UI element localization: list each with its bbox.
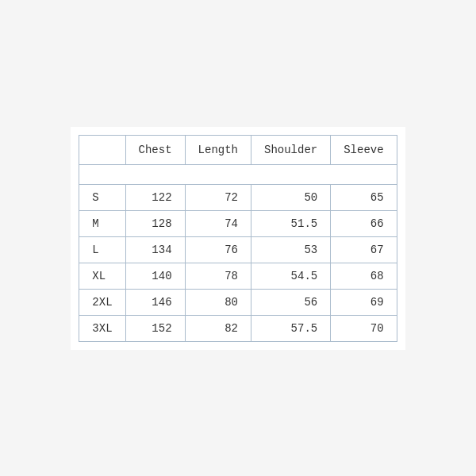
cell-chest: 122 [125,184,185,210]
table-header-row: Chest Length Shoulder Sleeve [79,135,397,164]
cell-size: M [79,210,125,236]
table-row: 2XL146805669 [79,289,397,315]
cell-sleeve: 65 [331,184,397,210]
cell-size: S [79,184,125,210]
cell-size: 2XL [79,289,125,315]
cell-length: 76 [185,236,251,263]
header-length: Length [185,135,251,164]
cell-size: L [79,236,125,263]
size-chart-container: Chest Length Shoulder Sleeve S122725065M… [71,127,405,350]
table-row: 3XL1528257.570 [79,315,397,341]
cell-size: 3XL [79,315,125,341]
cell-chest: 140 [125,263,185,289]
cell-sleeve: 70 [331,315,397,341]
cell-shoulder: 51.5 [251,210,331,236]
cell-length: 74 [185,210,251,236]
cell-shoulder: 56 [251,289,331,315]
cell-length: 78 [185,263,251,289]
header-size [79,135,125,164]
cell-chest: 146 [125,289,185,315]
header-chest: Chest [125,135,185,164]
cell-shoulder: 54.5 [251,263,331,289]
cell-sleeve: 67 [331,236,397,263]
header-shoulder: Shoulder [251,135,331,164]
cell-chest: 134 [125,236,185,263]
table-body: S122725065M1287451.566L134765367XL140785… [79,184,397,341]
cell-chest: 152 [125,315,185,341]
cell-length: 80 [185,289,251,315]
cell-shoulder: 50 [251,184,331,210]
table-row: XL1407854.568 [79,263,397,289]
cell-shoulder: 53 [251,236,331,263]
cell-length: 72 [185,184,251,210]
cell-shoulder: 57.5 [251,315,331,341]
table-row: S122725065 [79,184,397,210]
spacer-row [79,164,397,184]
cell-sleeve: 69 [331,289,397,315]
cell-chest: 128 [125,210,185,236]
table-row: L134765367 [79,236,397,263]
cell-length: 82 [185,315,251,341]
cell-sleeve: 68 [331,263,397,289]
header-sleeve: Sleeve [331,135,397,164]
cell-sleeve: 66 [331,210,397,236]
size-chart-table: Chest Length Shoulder Sleeve S122725065M… [79,135,397,342]
table-row: M1287451.566 [79,210,397,236]
cell-size: XL [79,263,125,289]
